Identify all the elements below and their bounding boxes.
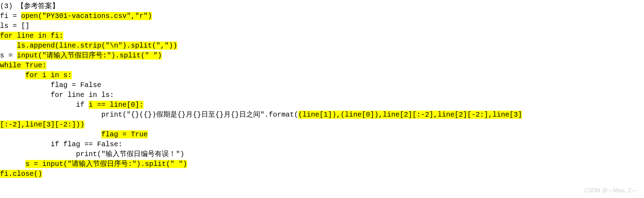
code-line-2: ls = [] [0,22,30,30]
code-line-6: while True: [0,61,46,69]
code-line-8: flag = False [0,81,101,89]
answer-header: (3) 【参考答案】 [0,2,59,10]
code-line-16: fi.close() [0,170,42,178]
code-line-7: for i in s: [0,71,72,79]
code-line-3: for line in fi: [0,32,63,40]
code-line-12: flag = True [0,130,148,138]
document-page: (3) 【参考答案】 fi = open("PY301-vacations.cs… [0,0,644,198]
code-line-10: if i == line[0]: [0,101,144,109]
code-line-15: s = input("请输入节假日序号:").split(" ") [0,160,187,168]
code-line-13: if flag == False: [0,140,122,148]
code-line-5: s = input("请输入节假日序号:").split(" ") [0,51,162,60]
code-line-1: fi = open("PY301-vacations.csv","r") [0,12,152,20]
code-line-9: for line in ls: [0,91,114,99]
code-line-4: ls.append(line.strip("\n").split(",")) [0,42,177,50]
answer-code-block: (3) 【参考答案】 fi = open("PY301-vacations.cs… [0,1,535,179]
watermark-text: CSDN @—Miss. Z— [584,187,637,194]
code-line-11: print("{}({})假期是{}月{}日至{}月{}日之间".format(… [0,111,522,129]
code-line-14: print("输入节假日编号有误！") [0,150,184,158]
